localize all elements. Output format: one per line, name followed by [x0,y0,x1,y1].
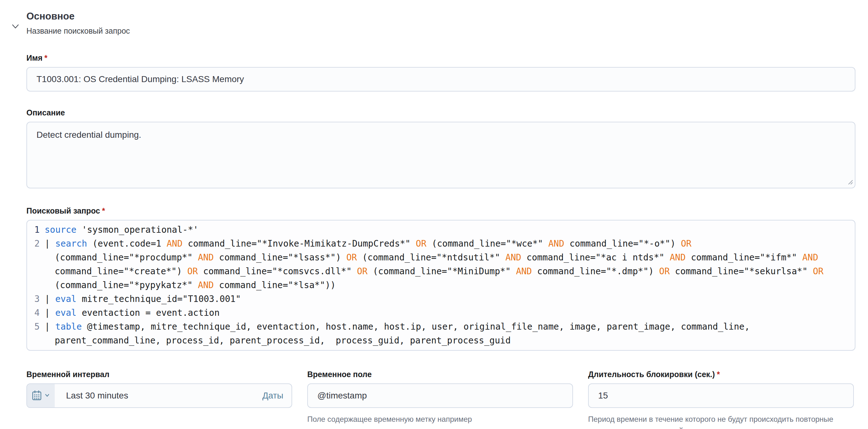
bottom-fields-row: Временной интервал [26,370,856,429]
block-duration-label: Длительность блокировки (сек.)* [588,370,854,379]
section-title: Основное [26,10,856,22]
field-time-field: Временное поле Поле содержащее временную… [307,370,573,429]
query-editor-row: parent_command_line, process_id, parent_… [31,334,850,347]
block-duration-help: Период времени в течение которого не буд… [588,413,837,429]
field-description: Описание Detect credential dumping. [26,108,856,188]
query-editor-row: 1source 'sysmon_operational-*' [31,223,850,237]
query-editor-row: command_line="*create*") OR command_line… [31,265,850,278]
name-input[interactable] [26,67,856,92]
required-asterisk: * [717,370,720,379]
query-editor-row: 5| table @timestamp, mitre_technique_id,… [31,320,850,334]
section-subtitle: Название поисковый запрос [26,26,856,35]
time-interval-value[interactable]: Last 30 minutes [55,384,262,407]
block-duration-input[interactable] [588,384,854,408]
description-textarea[interactable]: Detect credential dumping. [26,122,856,188]
field-query: Поисковый запрос* 1source 'sysmon_operat… [26,206,856,351]
required-asterisk: * [102,206,105,215]
field-time-interval: Временной интервал [26,370,292,429]
time-field-label: Временное поле [307,370,573,379]
query-label: Поисковый запрос* [26,206,856,215]
required-asterisk: * [44,54,48,62]
query-editor-row: (command_line="*procdump*" AND command_l… [31,251,850,265]
query-editor-row: 4| eval eventaction = event.action [31,306,850,320]
query-editor-row: 3| eval mitre_technique_id="T1003.001" [31,292,850,306]
time-interval-label: Временной интервал [26,370,292,379]
date-range-picker[interactable]: Last 30 minutes Даты [26,384,292,408]
query-editor-row: 2| search (event.code=1 AND command_line… [31,237,850,251]
time-field-input[interactable] [307,384,573,408]
time-field-help: Поле содержащее временную метку например [307,413,573,425]
field-name: Имя* [26,53,856,92]
accordion-header: Основное Название поисковый запрос [26,10,856,35]
calendar-icon [32,390,42,402]
accordion-chevron-down-icon[interactable] [10,21,21,32]
quick-select-button[interactable] [27,384,55,407]
field-block-duration: Длительность блокировки (сек.)* Период в… [588,370,854,429]
rule-form: Основное Название поисковый запрос Имя* … [0,0,868,429]
show-dates-button[interactable]: Даты [262,384,291,407]
name-label: Имя* [26,53,856,63]
query-editor[interactable]: 1source 'sysmon_operational-*'2| search … [26,220,856,351]
description-label: Описание [26,108,856,117]
chevron-down-icon [44,393,50,399]
query-editor-content: 1source 'sysmon_operational-*'2| search … [31,223,850,347]
query-editor-row: (command_line="*pypykatz*" AND command_l… [31,278,850,292]
